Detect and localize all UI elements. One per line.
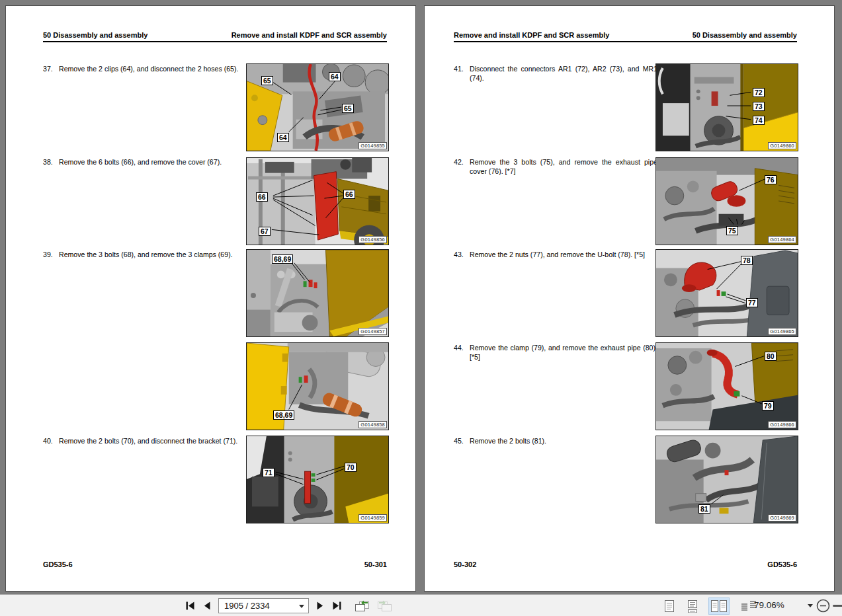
continuous-layout-icon [687,599,698,613]
figure-code: G0149856 [358,236,387,243]
page-number-input[interactable] [219,599,293,613]
step-text: Remove the 2 nuts (77), and remove the U… [470,250,657,260]
footer-model: GD535-6 [43,560,73,568]
figure-code: G0149855 [358,142,387,149]
figure-callout: 75 [726,226,738,235]
step-number: 40. [43,437,53,446]
manual-page-right: Remove and install KDPF and SCR assembly… [424,5,835,592]
zoom-out-button[interactable] [816,598,831,613]
facing-layout-icon [710,599,728,613]
single-page-layout-button[interactable] [662,597,677,615]
previous-view-button[interactable] [354,599,370,612]
step-text: Disconnect the connectors AR1 (72), AR2 … [470,65,657,83]
footer-page-number: 50-301 [364,560,387,568]
figure-illustration [247,343,388,430]
figure-illustration [656,250,798,336]
zoom-slider[interactable] [833,605,842,607]
page-footer: GD535-6 50-301 [43,560,387,568]
figure-callout: 73 [753,102,765,111]
step-text: Remove the 3 bolts (75), and remove the … [470,158,657,176]
step-text: Remove the clamp (79), and remove the ex… [470,344,657,362]
step-text: Remove the 2 clips (64), and disconnect … [59,65,247,74]
viewer-toolbar: 79.06% [0,594,842,616]
figure-callout: 72 [753,88,765,97]
figure-code: G0149869 [768,514,796,521]
page-dropdown-caret-icon[interactable] [299,605,304,608]
figure-callout: 64 [277,133,289,142]
figure-callout: 81 [698,504,710,514]
figure-illustration [656,436,798,523]
next-view-icon [377,599,393,612]
header-rule [454,41,797,42]
figure-illustration [656,343,798,430]
figure-callout: 68,69 [273,410,294,420]
header-section-title: 50 Disassembly and assembly [43,31,147,39]
figure-code: G0149865 [768,328,796,335]
figure: 68,69 G0149858 [246,342,389,430]
procedure-step: 38. Remove the 6 bolts (66), and remove … [43,158,247,167]
header-topic-title: Remove and install KDPF and SCR assembly [232,31,387,39]
figure: 71 70 G0149859 [246,436,389,523]
figure-callout: 79 [762,401,774,410]
next-page-button[interactable] [316,601,325,611]
first-page-button[interactable] [185,601,195,611]
step-text: Remove the 6 bolts (66), and remove the … [59,158,247,167]
zoom-level-value[interactable]: 79.06% [754,600,784,610]
figure: 72 73 74 G0149860 [655,63,798,151]
figure-callout: 74 [753,116,765,125]
figure-callout: 71 [263,468,274,477]
figure-callout: 78 [741,256,753,265]
next-view-button[interactable] [377,599,393,612]
figure-callout: 64 [329,72,341,81]
next-page-icon [316,601,325,611]
last-page-button[interactable] [332,601,343,611]
step-text: Remove the 2 bolts (70), and disconnect … [59,437,247,446]
page-layout-group [662,595,759,616]
figure-code: G0149858 [358,421,387,428]
figure: 81 G0149869 [655,436,798,523]
page-footer: 50-302 GD535-6 [454,560,797,568]
single-page-layout-icon [664,599,675,613]
header-topic-title: Remove and install KDPF and SCR assembly [454,31,609,39]
figure-callout: 65 [342,104,354,113]
figure-illustration [247,250,388,336]
procedure-step: 45. Remove the 2 bolts (81). [454,437,657,446]
procedure-step: 43. Remove the 2 nuts (77), and remove t… [454,250,657,260]
first-page-icon [185,601,195,611]
step-text: Remove the 3 bolts (68), and remove the … [59,250,247,260]
procedure-step: 42. Remove the 3 bolts (75), and remove … [454,158,657,176]
figure-callout: 65 [261,76,273,85]
figure-callout: 68,69 [272,254,293,264]
figure-callout: 76 [765,175,777,184]
page-header: 50 Disassembly and assembly Remove and i… [43,31,387,39]
continuous-layout-button[interactable] [685,597,700,615]
zoom-dropdown-caret-icon[interactable] [808,604,813,607]
previous-page-icon [202,601,211,611]
step-number: 38. [43,158,53,167]
header-section-title: 50 Disassembly and assembly [693,31,797,39]
footer-model: GD535-6 [767,560,797,568]
figure-code: G0149864 [768,236,796,243]
procedure-step: 44. Remove the clamp (79), and remove th… [454,344,657,362]
figure: 68,69 G0149857 [246,249,389,337]
figure-code: G0149866 [768,421,796,428]
figure-callout: 66 [343,190,355,199]
figure: 80 79 G0149866 [655,342,798,430]
page-number-box [218,598,309,613]
figure: 65 64 65 64 G0149855 [246,63,389,151]
figure-callout: 66 [256,192,268,202]
figure-callout: 77 [746,298,758,307]
previous-view-icon [354,599,370,612]
footer-page-number: 50-302 [454,560,476,568]
page-navigation-group [185,595,393,616]
figure-illustration [247,436,388,523]
document-canvas[interactable]: 50 Disassembly and assembly Remove and i… [0,0,842,594]
procedure-step: 39. Remove the 3 bolts (68), and remove … [43,250,247,260]
step-number: 44. [454,344,464,353]
previous-page-button[interactable] [202,601,211,611]
figure-code: G0149857 [358,328,387,335]
facing-layout-button[interactable] [708,597,730,615]
zoom-out-icon [816,598,831,613]
manual-page-left: 50 Disassembly and assembly Remove and i… [5,5,416,592]
figure-code: G0149860 [768,142,796,149]
